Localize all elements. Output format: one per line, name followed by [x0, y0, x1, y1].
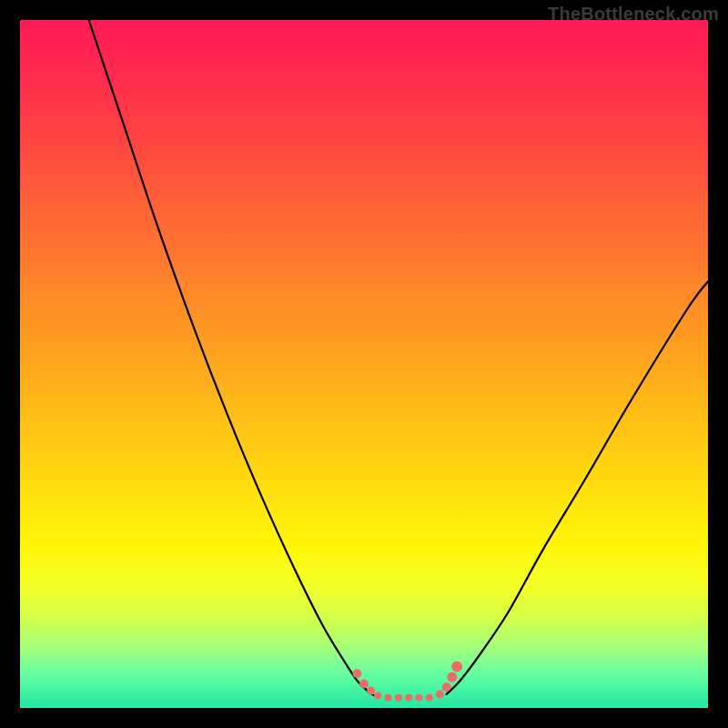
curve-marker [374, 692, 381, 699]
curve-marker [367, 687, 375, 695]
watermark-text: TheBottleneck.com [548, 4, 719, 25]
curve-svg [20, 20, 708, 708]
curve-left-branch [89, 20, 375, 695]
curve-marker [442, 682, 451, 692]
curve-marker [451, 662, 462, 672]
curve-marker [426, 694, 433, 702]
curve-marker [385, 694, 392, 702]
plot-area [20, 20, 708, 708]
curve-right-branch [447, 281, 708, 694]
curve-marker [416, 694, 423, 702]
curve-marker [405, 694, 412, 702]
curve-marker [395, 694, 402, 702]
curve-markers [352, 662, 462, 702]
chart-frame: TheBottleneck.com [0, 0, 728, 728]
curve-marker [436, 690, 444, 698]
curve-marker [352, 669, 361, 678]
curve-marker [447, 672, 457, 682]
curve-marker [359, 680, 369, 689]
